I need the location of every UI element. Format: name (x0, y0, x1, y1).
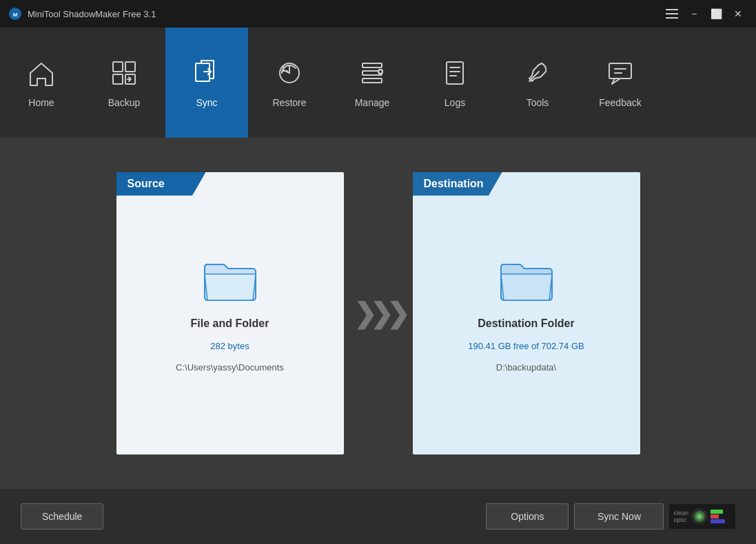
svg-point-23 (698, 515, 701, 518)
svg-rect-2 (113, 62, 123, 72)
restore-icon (274, 58, 305, 92)
sync-now-button[interactable]: Sync Now (574, 503, 664, 530)
nav-item-sync[interactable]: Sync (165, 28, 248, 138)
source-title: File and Folder (191, 317, 269, 330)
restore-button[interactable]: ⬜ (706, 6, 726, 21)
svg-text:M: M (13, 12, 18, 18)
svg-rect-4 (113, 74, 123, 84)
source-size: 282 bytes (210, 341, 249, 351)
sync-icon (192, 58, 222, 92)
nav-item-tools[interactable]: Tools (496, 28, 579, 138)
nav-manage-label: Manage (355, 97, 390, 108)
nav-item-feedback[interactable]: Feedback (579, 28, 662, 138)
schedule-button[interactable]: Schedule (21, 503, 103, 530)
nav-restore-label: Restore (272, 97, 306, 108)
nav-item-home[interactable]: Home (0, 28, 83, 138)
hamburger-icon (663, 6, 681, 21)
nav-backup-label: Backup (108, 97, 141, 108)
destination-header: Destination (413, 172, 502, 196)
manage-icon (357, 58, 387, 92)
sys-tray: cleanoptic (669, 504, 735, 529)
menu-button[interactable] (662, 6, 682, 21)
nav-feedback-label: Feedback (599, 97, 641, 108)
svg-rect-8 (362, 63, 382, 67)
home-icon (26, 58, 57, 92)
title-bar-controls: − ⬜ ✕ (662, 6, 748, 21)
backup-icon (109, 58, 139, 92)
source-header: Source (116, 172, 206, 196)
destination-card[interactable]: Destination Destination Folder 190.41 GB… (413, 172, 640, 454)
bottom-right-controls: Options Sync Now cleanoptic (486, 503, 735, 530)
sys-tray-text: cleanoptic (673, 510, 688, 523)
destination-title: Destination Folder (478, 317, 574, 330)
svg-rect-13 (447, 62, 463, 84)
feedback-icon (605, 58, 635, 92)
app-title: MiniTool ShadowMaker Free 3.1 (28, 9, 156, 19)
nav-logs-label: Logs (445, 97, 465, 108)
destination-free-space: 190.41 GB free of 702.74 GB (468, 341, 584, 351)
performance-bars (711, 510, 731, 523)
nav-item-restore[interactable]: Restore (248, 28, 331, 138)
source-folder-icon (199, 255, 261, 306)
close-button[interactable]: ✕ (728, 6, 748, 21)
svg-rect-18 (609, 63, 631, 79)
destination-path: D:\backupdata\ (496, 362, 556, 373)
app-logo-icon: M (8, 7, 22, 21)
title-bar-left: M MiniTool ShadowMaker Free 3.1 (8, 7, 156, 21)
nav-sync-label: Sync (196, 97, 217, 108)
nav-item-backup[interactable]: Backup (83, 28, 165, 138)
options-button[interactable]: Options (486, 503, 569, 530)
minimize-button[interactable]: − (684, 6, 704, 21)
tools-icon (522, 58, 553, 92)
svg-rect-10 (362, 79, 382, 83)
nav-item-logs[interactable]: Logs (413, 28, 496, 138)
source-card[interactable]: Source File and Folder 282 bytes C:\User… (116, 172, 344, 454)
nav-item-manage[interactable]: Manage (331, 28, 413, 138)
title-bar: M MiniTool ShadowMaker Free 3.1 − ⬜ ✕ (0, 0, 756, 28)
nav-home-label: Home (28, 97, 54, 108)
sync-arrow: ❯❯❯ (344, 297, 413, 329)
nav-tools-label: Tools (527, 97, 549, 108)
logs-icon (440, 58, 470, 92)
nav-bar: Home Backup Sync (0, 28, 756, 138)
main-content: Source File and Folder 282 bytes C:\User… (0, 138, 756, 489)
bottom-bar: Schedule Options Sync Now cleanoptic (0, 489, 756, 544)
svg-rect-3 (125, 62, 135, 72)
destination-folder-icon (496, 255, 558, 306)
sys-tray-icon-1 (691, 508, 708, 525)
source-path: C:\Users\yassy\Documents (176, 362, 284, 373)
